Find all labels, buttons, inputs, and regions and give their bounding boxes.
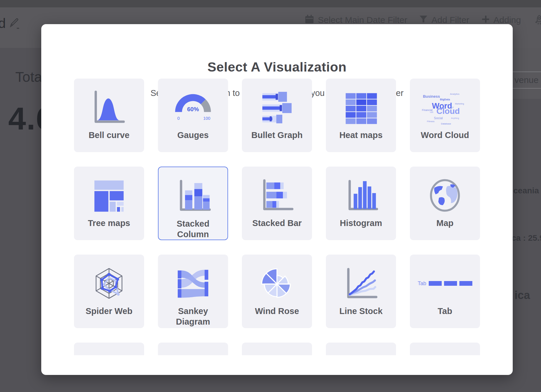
tab-icon: Tab <box>415 261 474 306</box>
viz-card-spider-web[interactable]: Spider Web <box>74 255 144 328</box>
viz-card-stub[interactable] <box>410 343 480 355</box>
rocket-icon[interactable] <box>533 14 541 26</box>
viz-card-label: Word Cloud <box>421 130 469 140</box>
viz-card-tab[interactable]: Tab Tab <box>410 255 480 328</box>
svg-text:100: 100 <box>203 116 210 121</box>
viz-card-line-stock[interactable]: Line Stock <box>326 255 396 328</box>
line-stock-icon <box>331 261 390 306</box>
viz-card-heat-maps[interactable]: Heat maps <box>326 79 396 152</box>
viz-card-histogram[interactable]: Histogram <box>326 167 396 240</box>
viz-card-label: Stacked Bar <box>252 218 302 228</box>
add-filter-button[interactable]: Add Filter <box>419 15 469 26</box>
funnel-icon <box>419 15 428 26</box>
viz-card-stub[interactable] <box>158 343 228 355</box>
modal-title: Select A Visualization <box>41 59 513 75</box>
viz-card-stub[interactable] <box>242 343 312 355</box>
adding-label: Adding <box>494 15 521 25</box>
stacked-bar-icon <box>248 173 306 218</box>
viz-card-label: Spider Web <box>86 306 133 316</box>
bell-curve-icon <box>80 85 138 130</box>
viz-card-stacked-bar[interactable]: Stacked Bar <box>242 167 312 240</box>
add-filter-label: Add Filter <box>431 15 469 25</box>
viz-card-label: Line Stock <box>339 306 383 316</box>
viz-card-bell-curve[interactable]: Bell curve <box>74 79 144 152</box>
adding-button[interactable]: Adding <box>481 15 521 26</box>
viz-card-stacked-column[interactable]: Stacked Column <box>158 167 228 240</box>
viz-card-word-cloud[interactable]: BusinessAnalyticsBigDataWordMarketingITF… <box>410 79 480 152</box>
bullet-graph-icon <box>248 85 306 130</box>
gauges-icon: 60% 0 100 <box>164 85 222 130</box>
viz-card-label: Histogram <box>340 218 382 228</box>
viz-card-label: Wind Rose <box>255 306 299 316</box>
sankey-diagram-icon <box>164 261 222 306</box>
viz-card-label: Stacked Column <box>177 218 209 240</box>
spider-web-icon <box>80 261 138 306</box>
map-icon <box>415 173 474 218</box>
tab-icon-text: Tab <box>418 280 426 287</box>
svg-text:0: 0 <box>177 116 180 121</box>
word-cloud-icon: BusinessAnalyticsBigDataWordMarketingITF… <box>415 85 474 130</box>
plus-icon <box>481 15 490 26</box>
viz-card-label: Sankey Diagram <box>176 306 210 327</box>
legend-fragment-oceania: ceania : 8 <box>513 186 541 195</box>
viz-card-label: Tab <box>438 306 452 316</box>
tree-maps-icon <box>80 173 138 218</box>
viz-card-label: Bell curve <box>89 130 130 140</box>
viz-card-stub[interactable] <box>326 343 396 355</box>
viz-card-label: Heat maps <box>339 130 383 140</box>
svg-text:60%: 60% <box>187 106 199 112</box>
visualization-grid: Bell curve 60% 0 100Gauges Bullet Graph … <box>74 79 480 355</box>
background-top-strip <box>0 0 541 7</box>
viz-card-label: Bullet Graph <box>251 130 303 140</box>
stacked-column-icon <box>164 174 222 218</box>
kpi-label-fragment: Tota <box>15 69 42 85</box>
wind-rose-icon <box>248 261 306 306</box>
viz-card-map[interactable]: Map <box>410 167 480 240</box>
viz-card-label: Tree maps <box>88 218 130 228</box>
select-visualization-modal: Select A Visualization Select a visualiz… <box>41 24 513 375</box>
legend-fragment-america: ica <box>514 289 530 302</box>
viz-card-gauges[interactable]: 60% 0 100Gauges <box>158 79 228 152</box>
document-title-fragment: d <box>0 15 6 31</box>
histogram-icon <box>331 173 390 218</box>
viz-card-tree-maps[interactable]: Tree maps <box>74 167 144 240</box>
edit-pencil-icon[interactable] <box>9 16 21 31</box>
legend-fragment-africa: ca : 25.95 <box>512 233 541 243</box>
viz-card-label: Gauges <box>177 130 209 140</box>
viz-card-wind-rose[interactable]: Wind Rose <box>242 255 312 328</box>
viz-card-stub[interactable] <box>74 343 144 355</box>
select-main-date-filter-label: Select Main Date Filter <box>318 15 407 25</box>
viz-card-sankey-diagram[interactable]: Sankey Diagram <box>158 255 228 328</box>
viz-card-label: Map <box>436 218 453 228</box>
viz-card-bullet-graph[interactable]: Bullet Graph <box>242 79 312 152</box>
heat-maps-icon <box>331 85 390 130</box>
